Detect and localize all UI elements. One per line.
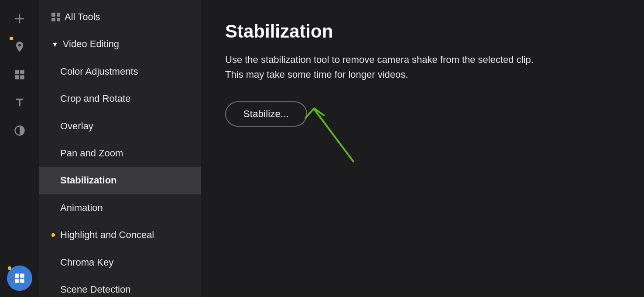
highlight-conceal-label: Highlight and Conceal xyxy=(60,229,154,241)
video-editing-label: Video Editing xyxy=(63,38,119,50)
add-icon-button[interactable] xyxy=(7,6,32,31)
pan-zoom-label: Pan and Zoom xyxy=(60,148,123,159)
stabilization-label: Stabilization xyxy=(60,175,117,186)
sidebar-item-overlay[interactable]: Overlay xyxy=(39,113,201,140)
sidebar-item-animation[interactable]: Animation xyxy=(39,194,201,221)
svg-rect-1 xyxy=(15,18,24,19)
effect-icon-button[interactable] xyxy=(7,118,32,143)
highlight-dot xyxy=(51,233,55,237)
sidebar-item-crop-rotate[interactable]: Crop and Rotate xyxy=(39,85,201,112)
dot-indicator xyxy=(10,37,13,40)
overlay-label: Overlay xyxy=(60,121,93,132)
svg-line-2 xyxy=(314,109,353,162)
sidebar-item-video-editing[interactable]: ▼ Video Editing xyxy=(39,31,201,58)
chroma-key-label: Chroma Key xyxy=(60,257,113,268)
trim-icon-button[interactable] xyxy=(7,62,32,87)
grid-dot-indicator xyxy=(8,266,11,270)
icon-bar xyxy=(0,0,39,297)
pin-icon-button[interactable] xyxy=(7,34,32,59)
sidebar-item-color-adjustments[interactable]: Color Adjustments xyxy=(39,58,201,85)
sidebar-item-pan-zoom[interactable]: Pan and Zoom xyxy=(39,140,201,167)
grid-dots-icon xyxy=(51,13,60,21)
color-adjustments-label: Color Adjustments xyxy=(60,66,138,77)
scene-detection-label: Scene Detection xyxy=(60,284,130,295)
sidebar-item-chroma-key[interactable]: Chroma Key xyxy=(39,249,201,276)
animation-label: Animation xyxy=(60,202,103,214)
sidebar-item-stabilization[interactable]: Stabilization xyxy=(39,167,201,194)
all-tools-label: All Tools xyxy=(65,11,100,23)
sidebar-item-scene-detection[interactable]: Scene Detection xyxy=(39,276,201,297)
chevron-icon: ▼ xyxy=(51,40,58,48)
arrow-annotation xyxy=(297,96,367,168)
sidebar-item-highlight-conceal[interactable]: Highlight and Conceal xyxy=(39,221,201,249)
sidebar: All Tools ▼ Video Editing Color Adjustme… xyxy=(39,0,201,297)
sidebar-item-all-tools[interactable]: All Tools xyxy=(39,3,201,31)
page-title: Stabilization xyxy=(225,21,620,42)
main-content: Stabilization Use the stabilization tool… xyxy=(201,0,644,297)
text-icon-button[interactable] xyxy=(7,90,32,115)
stabilize-button[interactable]: Stabilize... xyxy=(225,101,307,127)
crop-rotate-label: Crop and Rotate xyxy=(60,93,130,104)
page-description: Use the stabilization tool to remove cam… xyxy=(225,52,600,82)
grid-icon-button[interactable] xyxy=(7,266,32,291)
